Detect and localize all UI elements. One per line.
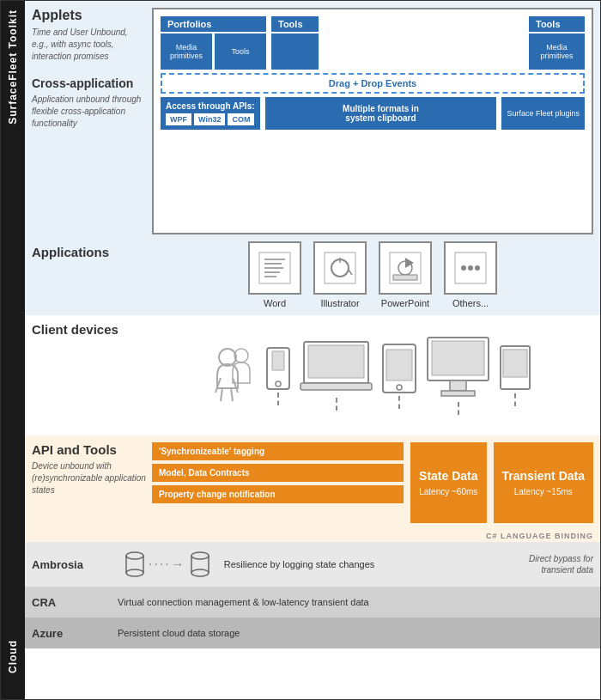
api-tags-col: 'Synchronizeable' tagging Model, Data Co… [152, 442, 404, 523]
powerpoint-label: PowerPoint [381, 298, 429, 308]
api-tag-2: Model, Data Contracts [152, 464, 404, 482]
word-icon-svg [258, 251, 292, 285]
api-content: 'Synchronizeable' tagging Model, Data Co… [152, 442, 593, 523]
phone-device [265, 346, 291, 405]
app-word: Word [248, 241, 301, 308]
person-svg [214, 345, 257, 405]
access-api-row: Access through APIs: WPF Win32 COM Multi… [161, 97, 585, 130]
client-label-area: Client devices [32, 322, 152, 429]
laptop-down-arrow [336, 398, 337, 411]
powerpoint-icon-svg [388, 251, 422, 285]
dotted-arrow-icon: ····→ [149, 557, 186, 572]
diagram-top-row: Portfolios Media primitives Tools Tools … [161, 16, 585, 70]
app-others: Others... [444, 241, 497, 308]
main-content: Applets Time and User Unbound, e.g., wit… [25, 1, 600, 699]
transient-data-box: Transient Data Latency ~15ms [494, 442, 593, 523]
left-label-bar: SurfaceFleet Toolkit Cloud [1, 1, 25, 699]
drag-drop-label: Drag + Drop Events [329, 78, 416, 88]
cross-app-italic: Application unbound through flexible cro… [32, 94, 145, 130]
svg-rect-31 [386, 350, 412, 380]
api-title: API and Tools [32, 442, 152, 457]
ambrosia-gray-bar: Ambrosia ····→ [32, 551, 516, 578]
cross-app-title: Cross-application [32, 76, 145, 90]
phone-down-arrow [277, 393, 279, 405]
ambrosia-section: Ambrosia ····→ [25, 542, 600, 587]
svg-rect-28 [308, 345, 364, 378]
toolkit-label: SurfaceFleet Toolkit [7, 9, 19, 125]
svg-point-15 [461, 265, 466, 271]
tools-right-header: Tools [529, 16, 585, 32]
client-devices-area [152, 322, 593, 429]
cra-section: CRA Virtual connection management & low-… [25, 587, 600, 618]
laptop-device [300, 340, 373, 411]
diagram-box: Portfolios Media primitives Tools Tools … [152, 8, 593, 234]
svg-rect-34 [432, 341, 484, 375]
app-powerpoint: PowerPoint [379, 241, 432, 308]
word-label: Word [264, 298, 286, 308]
azure-title: Azure [32, 627, 118, 640]
apps-row: Applications [32, 241, 593, 308]
tablet2-device [499, 344, 531, 406]
drag-drop-box: Drag + Drop Events [161, 73, 585, 94]
win32-chip: Win32 [194, 113, 225, 125]
person-silhouette [214, 345, 257, 405]
ambrosia-description: Resilience by logging state changes [224, 559, 516, 569]
word-icon-box [248, 241, 301, 295]
tablet-device [381, 343, 417, 409]
apps-icons: Word Illustrator [152, 241, 593, 308]
api-label-area: API and Tools Device unbound with (re)sy… [32, 442, 152, 523]
svg-rect-13 [393, 275, 417, 280]
svg-point-39 [126, 552, 143, 559]
tools-tile-mid [271, 33, 319, 70]
svg-rect-36 [441, 391, 475, 396]
svg-rect-38 [503, 350, 527, 377]
client-section: Client devices [25, 315, 600, 435]
svg-rect-29 [300, 383, 372, 390]
applets-labels: Applets Time and User Unbound, e.g., wit… [32, 8, 152, 234]
others-label: Others... [452, 298, 489, 308]
api-chips-row: WPF Win32 COM [166, 113, 255, 125]
apps-label-area: Applications [32, 241, 152, 308]
api-section: API and Tools Device unbound with (re)sy… [25, 435, 600, 530]
svg-rect-35 [450, 380, 466, 391]
state-data-latency: Latency ~60ms [419, 487, 477, 496]
applications-section: Applications [25, 241, 600, 315]
csharp-row: C# LANGUAGE BINDING [25, 530, 600, 542]
svg-point-43 [126, 569, 143, 576]
portfolio-items: Media primitives Tools [161, 33, 266, 70]
applets-section: Applets Time and User Unbound, e.g., wit… [25, 1, 600, 241]
cra-description: Virtual connection management & low-late… [118, 597, 369, 607]
app-illustrator: Illustrator [313, 241, 367, 308]
api-tag-3: Property change notification [152, 485, 404, 503]
svg-point-48 [191, 569, 209, 576]
client-title: Client devices [32, 322, 152, 337]
tools-header-mid: Tools [271, 16, 319, 32]
phone-svg [265, 346, 291, 391]
db-icon-1 [124, 551, 145, 578]
svg-point-44 [191, 552, 209, 559]
cra-title: CRA [32, 596, 118, 609]
svg-point-16 [468, 265, 473, 271]
svg-line-22 [231, 388, 233, 401]
multi-format-box: Multiple formats insystem clipboard [265, 97, 497, 130]
azure-description: Persistent cloud data storage [118, 628, 240, 638]
db-icon-2 [190, 551, 210, 578]
azure-section: Azure Persistent cloud data storage [25, 618, 600, 648]
media-right-tile: Media primitives [529, 33, 585, 70]
svg-rect-25 [272, 351, 284, 370]
monitor-down-arrow [458, 402, 459, 415]
csharp-label: C# LANGUAGE BINDING [486, 532, 593, 540]
tablet-down-arrow [398, 396, 400, 409]
portfolio-container: Portfolios Media primitives Tools [161, 16, 266, 70]
tablet-svg [381, 343, 417, 394]
access-through-label: Access through APIs: [166, 101, 255, 111]
illustrator-label: Illustrator [320, 298, 359, 308]
api-tag-1: 'Synchronizeable' tagging [152, 442, 404, 460]
svg-line-21 [221, 388, 222, 401]
apps-title: Applications [32, 241, 152, 265]
monitor-svg [426, 336, 490, 400]
svg-rect-6 [325, 253, 355, 283]
tablet2-down-arrow [514, 393, 516, 406]
com-chip: COM [228, 113, 254, 125]
api-italic: Device unbound with (re)synchronizable a… [32, 460, 152, 496]
